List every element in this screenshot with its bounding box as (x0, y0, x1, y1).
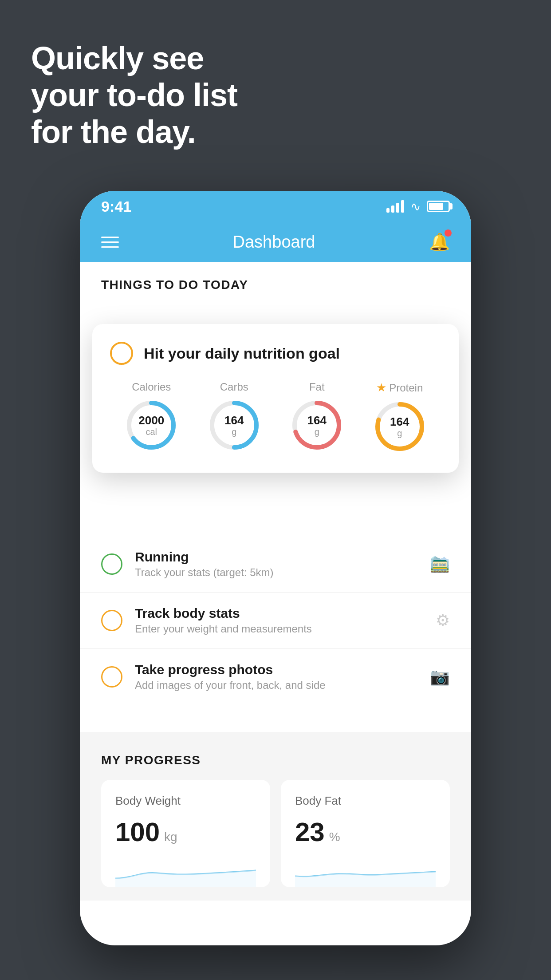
progress-header: MY PROGRESS (101, 753, 450, 767)
status-bar: 9:41 ∿ (80, 191, 471, 222)
calories-value: 2000 (138, 414, 164, 427)
fat-value: 164 (307, 414, 327, 427)
hero-text: Quickly see your to-do list for the day. (31, 40, 237, 150)
todo-item-body-stats[interactable]: Track body stats Enter your weight and m… (80, 593, 471, 649)
fat-item: Fat 164 g (290, 381, 343, 452)
carbs-value: 164 (224, 414, 244, 427)
photos-text: Take progress photos Add images of your … (135, 662, 417, 692)
carbs-item: Carbs 164 g (208, 381, 261, 452)
body-fat-value: 23 % (295, 817, 436, 847)
carbs-label: Carbs (220, 381, 248, 393)
photos-sub: Add images of your front, back, and side (135, 679, 417, 692)
photos-circle (101, 666, 122, 688)
body-fat-chart (295, 856, 436, 887)
calories-donut: 2000 cal (125, 399, 178, 452)
body-fat-card: Body Fat 23 % (281, 780, 450, 887)
status-icons: ∿ (386, 199, 450, 214)
body-stats-circle (101, 610, 122, 631)
progress-cards: Body Weight 100 kg Body Fat (101, 780, 450, 887)
star-icon: ★ (376, 381, 386, 395)
menu-button[interactable] (101, 237, 119, 248)
signal-icon (386, 200, 404, 213)
fat-unit: g (307, 427, 327, 436)
body-weight-card: Body Weight 100 kg (101, 780, 270, 887)
body-stats-text: Track body stats Enter your weight and m… (135, 606, 423, 635)
body-stats-name: Track body stats (135, 606, 423, 621)
carbs-unit: g (224, 427, 244, 436)
photos-name: Take progress photos (135, 662, 417, 677)
nutrition-check-circle[interactable] (110, 342, 133, 365)
running-text: Running Track your stats (target: 5km) (135, 549, 417, 579)
hero-line2: your to-do list (31, 77, 237, 114)
body-fat-title: Body Fat (295, 794, 436, 808)
notification-dot (445, 229, 452, 237)
photos-icon: 📷 (430, 668, 450, 686)
body-weight-unit: kg (164, 830, 177, 844)
body-weight-value: 100 kg (115, 817, 256, 847)
body-stats-sub: Enter your weight and measurements (135, 623, 423, 635)
carbs-donut: 164 g (208, 399, 261, 452)
protein-value: 164 (390, 415, 409, 428)
nutrition-circles: Calories 2000 cal Carbs (110, 381, 441, 453)
fat-donut: 164 g (290, 399, 343, 452)
notification-bell-button[interactable]: 🔔 (429, 232, 450, 252)
todo-list: Running Track your stats (target: 5km) 🚞… (80, 536, 471, 705)
fat-label: Fat (309, 381, 325, 393)
calories-label: Calories (132, 381, 171, 393)
status-time: 9:41 (101, 198, 131, 215)
hero-line1: Quickly see (31, 40, 237, 77)
running-name: Running (135, 549, 417, 565)
nutrition-header: Hit your daily nutrition goal (110, 342, 441, 365)
phone-mockup: 9:41 ∿ Dashboard 🔔 THINGS TO (80, 191, 471, 945)
calories-item: Calories 2000 cal (125, 381, 178, 452)
protein-label: ★ Protein (376, 381, 423, 395)
protein-unit: g (390, 428, 409, 438)
app-header: Dashboard 🔔 (80, 222, 471, 262)
body-weight-title: Body Weight (115, 794, 256, 808)
body-fat-unit: % (329, 830, 340, 844)
nutrition-title: Hit your daily nutrition goal (144, 345, 340, 362)
things-to-do-header: THINGS TO DO TODAY (80, 262, 471, 301)
app-title: Dashboard (233, 233, 315, 252)
hero-line3: for the day. (31, 114, 237, 150)
running-sub: Track your stats (target: 5km) (135, 566, 417, 579)
protein-item: ★ Protein 164 g (373, 381, 426, 453)
todo-item-photos[interactable]: Take progress photos Add images of your … (80, 649, 471, 705)
battery-icon (427, 201, 450, 212)
protein-donut: 164 g (373, 400, 426, 453)
calories-unit: cal (138, 427, 164, 436)
running-icon: 🚞 (430, 555, 450, 573)
running-circle (101, 553, 122, 575)
progress-section: MY PROGRESS Body Weight 100 kg (80, 732, 471, 901)
todo-item-running[interactable]: Running Track your stats (target: 5km) 🚞 (80, 536, 471, 593)
nutrition-card: Hit your daily nutrition goal Calories 2… (92, 324, 459, 473)
body-fat-number: 23 (295, 817, 325, 847)
wifi-icon: ∿ (410, 199, 421, 214)
body-weight-chart (115, 856, 256, 887)
body-stats-icon: ⚙ (436, 611, 450, 630)
body-weight-number: 100 (115, 817, 160, 847)
